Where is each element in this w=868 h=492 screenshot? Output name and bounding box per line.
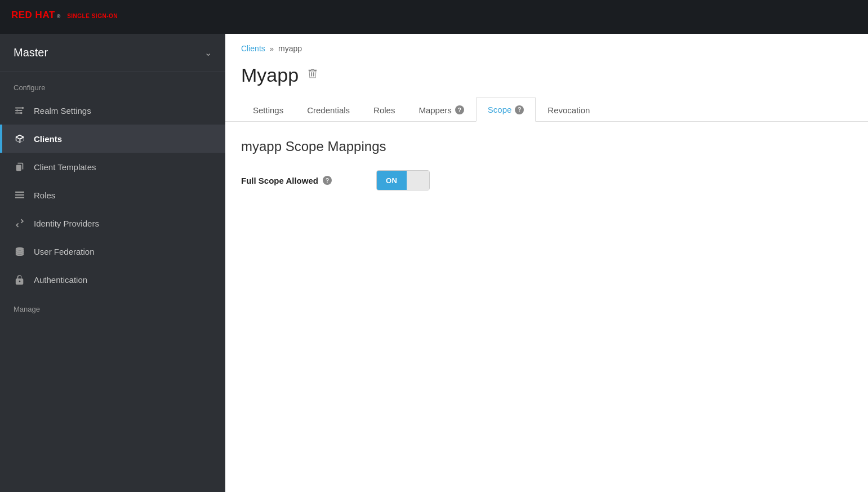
svg-rect-6 [16, 165, 21, 171]
full-scope-help-icon[interactable]: ? [323, 176, 332, 185]
sidebar-item-clients[interactable]: Clients [0, 125, 225, 153]
lock-icon [14, 273, 26, 286]
sidebar-item-authentication-label: Authentication [34, 275, 87, 285]
sidebar: Master ⌄ Configure Realm Settings [0, 34, 225, 492]
breadcrumb-current: myapp [278, 44, 302, 53]
section-title: myapp Scope Mappings [241, 139, 852, 154]
tab-revocation[interactable]: Revocation [536, 97, 602, 122]
tab-revocation-label: Revocation [547, 105, 590, 115]
svg-rect-0 [15, 108, 23, 109]
brand-red: RED HAT [11, 10, 55, 20]
scope-help-icon[interactable]: ? [515, 105, 524, 114]
realm-selector[interactable]: Master ⌄ [0, 34, 225, 72]
tab-credentials[interactable]: Credentials [295, 97, 362, 122]
cube-icon [14, 132, 26, 145]
sidebar-item-clients-label: Clients [34, 134, 62, 144]
svg-point-5 [20, 112, 23, 114]
main-layout: Master ⌄ Configure Realm Settings [0, 34, 868, 492]
brand-title: RED HAT® SINGLE SIGN-ON [11, 10, 119, 25]
sidebar-item-realm-settings[interactable]: Realm Settings [0, 96, 225, 125]
full-scope-allowed-row: Full Scope Allowed ? ON [241, 170, 852, 190]
svg-point-3 [22, 107, 24, 109]
full-scope-label-text: Full Scope Allowed [241, 176, 318, 185]
breadcrumb: Clients » myapp [225, 34, 868, 59]
tab-mappers[interactable]: Mappers ? [407, 97, 475, 122]
page-title: Myapp [241, 64, 299, 86]
tab-settings[interactable]: Settings [241, 97, 295, 122]
sliders-icon [14, 104, 26, 117]
svg-rect-8 [15, 194, 24, 196]
realm-name: Master [14, 46, 48, 59]
tab-roles-label: Roles [373, 105, 395, 115]
sidebar-item-realm-settings-label: Realm Settings [34, 106, 91, 116]
breadcrumb-separator: » [270, 45, 274, 53]
realm-chevron-icon: ⌄ [204, 47, 212, 58]
svg-point-10 [16, 247, 24, 250]
list-icon [14, 189, 26, 201]
sidebar-item-identity-providers[interactable]: Identity Providers [0, 209, 225, 237]
copy-icon [14, 161, 26, 173]
breadcrumb-clients-link[interactable]: Clients [241, 44, 265, 53]
exchange-icon [14, 217, 26, 229]
sidebar-item-roles[interactable]: Roles [0, 181, 225, 209]
tabs: Settings Credentials Roles Mappers ? Sco… [225, 97, 868, 122]
sidebar-item-identity-providers-label: Identity Providers [34, 219, 99, 228]
svg-rect-7 [15, 192, 24, 193]
tab-scope-label: Scope [488, 105, 512, 114]
sidebar-item-user-federation[interactable]: User Federation [0, 237, 225, 265]
full-scope-allowed-label: Full Scope Allowed ? [241, 176, 376, 185]
sidebar-item-authentication[interactable]: Authentication [0, 265, 225, 294]
tab-mappers-label: Mappers [419, 105, 451, 115]
page-header: Myapp [225, 59, 868, 97]
sidebar-item-client-templates-label: Client Templates [34, 162, 96, 172]
svg-rect-9 [15, 197, 24, 198]
tab-settings-label: Settings [253, 105, 283, 115]
delete-icon[interactable] [306, 68, 319, 83]
sidebar-item-user-federation-label: User Federation [34, 247, 95, 256]
database-icon [14, 245, 26, 258]
sidebar-item-client-templates[interactable]: Client Templates [0, 153, 225, 181]
tab-scope[interactable]: Scope ? [476, 97, 536, 122]
brand-sso: SINGLE SIGN-ON [67, 13, 118, 19]
svg-point-4 [16, 109, 19, 112]
sidebar-item-roles-label: Roles [34, 190, 55, 200]
toggle-on-label: ON [377, 171, 407, 190]
content-area: Clients » myapp Myapp Settings Credentia… [225, 34, 868, 492]
tab-credentials-label: Credentials [307, 105, 350, 115]
configure-section-label: Configure [0, 72, 225, 96]
full-scope-toggle[interactable]: ON [376, 170, 430, 190]
content-body: myapp Scope Mappings Full Scope Allowed … [225, 122, 868, 219]
toggle-off-area [407, 171, 429, 190]
topbar: RED HAT® SINGLE SIGN-ON [0, 0, 868, 34]
manage-section-label: Manage [0, 294, 225, 318]
tab-roles[interactable]: Roles [362, 97, 407, 122]
mappers-help-icon[interactable]: ? [455, 105, 464, 114]
